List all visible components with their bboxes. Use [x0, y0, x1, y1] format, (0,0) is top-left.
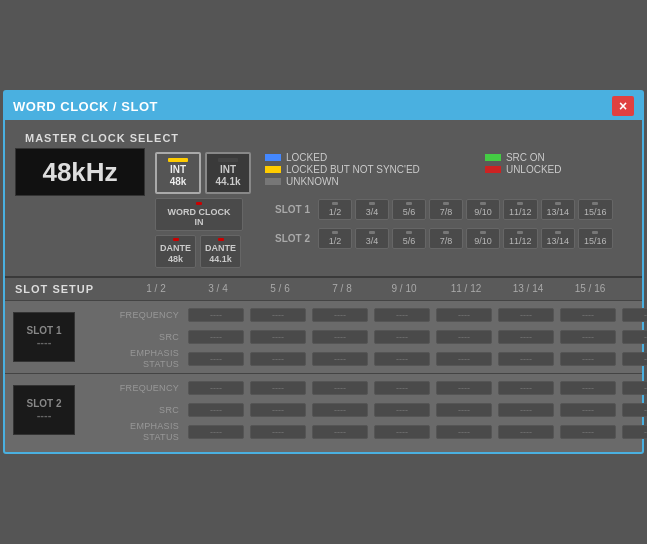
slot2-btn-78[interactable]: 7/8 — [429, 228, 463, 249]
slot1-freq-label: FREQUENCY — [75, 310, 185, 320]
slot1-freq-cell-3: ---- — [312, 308, 368, 322]
slot2-freq-cell-6: ---- — [498, 381, 554, 395]
slot1-btn-1516[interactable]: 15/16 — [578, 199, 613, 220]
slot1-freq-cell-7: ---- — [560, 308, 616, 322]
slot2-btn-12[interactable]: 1/2 — [318, 228, 352, 249]
slot1-src-cell-1: ---- — [188, 330, 244, 344]
legend-src-on: SRC ON — [485, 152, 613, 163]
slot2-emphasis-cells: ---- ---- ---- ---- ---- ---- ---- ---- — [185, 424, 647, 440]
slot2-freq-cell-2: ---- — [250, 381, 306, 395]
legend-locked: LOCKED — [265, 152, 471, 163]
slot-setup-header: SLOT SETUP 1 / 2 3 / 4 5 / 6 7 / 8 9 / 1… — [5, 278, 642, 301]
slot-setup-section: SLOT SETUP 1 / 2 3 / 4 5 / 6 7 / 8 9 / 1… — [5, 278, 642, 452]
slot1-emph-cell-8: ---- — [622, 352, 647, 366]
slot1-emph-cell-3: ---- — [312, 352, 368, 366]
slot2-rows: FREQUENCY ---- ---- ---- ---- ---- ---- … — [75, 378, 647, 442]
slot1-src-cell-4: ---- — [374, 330, 430, 344]
slot1-emph-cell-4: ---- — [374, 352, 430, 366]
slot1-src-cell-8: ---- — [622, 330, 647, 344]
slot1-emphasis-row: EMPHASISSTATUS ---- ---- ---- ---- ---- … — [75, 349, 647, 369]
col-header-1516: 15 / 16 — [559, 283, 621, 294]
slot2-emph-cell-5: ---- — [436, 425, 492, 439]
slot2-freq-cell-3: ---- — [312, 381, 368, 395]
close-button[interactable]: × — [612, 96, 634, 116]
slot1-emph-cell-1: ---- — [188, 352, 244, 366]
slot2-frequency-row: FREQUENCY ---- ---- ---- ---- ---- ---- … — [75, 378, 647, 398]
slot1-src-row: SRC ---- ---- ---- ---- ---- ---- ---- -… — [75, 327, 647, 347]
slot1-src-cell-3: ---- — [312, 330, 368, 344]
slot2-btn-1516[interactable]: 15/16 — [578, 228, 613, 249]
slot1-rows: FREQUENCY ---- ---- ---- ---- ---- ---- … — [75, 305, 647, 369]
slot2-freq-cell-8: ---- — [622, 381, 647, 395]
master-clock-section: MASTER CLOCK SELECT 48kHz INT48k INT44.1… — [5, 120, 642, 278]
slot-setup-title: SLOT SETUP — [15, 283, 125, 295]
slot2-freq-cell-1: ---- — [188, 381, 244, 395]
dante-441-button[interactable]: DANTE44.1k — [200, 235, 241, 268]
legend-unlocked: UNLOCKED — [485, 164, 613, 175]
slot1-freq-cell-5: ---- — [436, 308, 492, 322]
slot2-emph-cell-1: ---- — [188, 425, 244, 439]
slot1-emph-cell-7: ---- — [560, 352, 616, 366]
main-window: WORD CLOCK / SLOT × MASTER CLOCK SELECT … — [3, 90, 644, 454]
slot2-name-box: SLOT 2 ---- — [13, 378, 75, 442]
slot1-src-cell-5: ---- — [436, 330, 492, 344]
slot2-btn-1112[interactable]: 11/12 — [503, 228, 538, 249]
col-header-78: 7 / 8 — [311, 283, 373, 294]
slot1-btn-34[interactable]: 3/4 — [355, 199, 389, 220]
slot2-freq-cell-4: ---- — [374, 381, 430, 395]
slot1-btn-910[interactable]: 9/10 — [466, 199, 500, 220]
slot2-label: SLOT 2 — [265, 233, 315, 244]
slot1-emph-cell-6: ---- — [498, 352, 554, 366]
slot2-emphasis-label: EMPHASISSTATUS — [75, 421, 185, 443]
slot2-data-row: SLOT 2 ---- FREQUENCY ---- ---- ---- ---… — [5, 374, 642, 446]
slot1-src-cell-7: ---- — [560, 330, 616, 344]
frequency-display: 48kHz — [15, 148, 145, 196]
int-48k-button[interactable]: INT48k — [155, 152, 201, 194]
window-title: WORD CLOCK / SLOT — [13, 99, 158, 114]
slot2-src-row: SRC ---- ---- ---- ---- ---- ---- ---- -… — [75, 400, 647, 420]
col-header-910: 9 / 10 — [373, 283, 435, 294]
slot2-freq-cell-5: ---- — [436, 381, 492, 395]
master-clock-header: MASTER CLOCK SELECT — [15, 126, 632, 148]
slot2-src-cell-4: ---- — [374, 403, 430, 417]
col-header-1112: 11 / 12 — [435, 283, 497, 294]
slot1-btn-1112[interactable]: 11/12 — [503, 199, 538, 220]
slot1-freq-cells: ---- ---- ---- ---- ---- ---- ---- ---- — [185, 307, 647, 323]
legend: LOCKED SRC ON LOCKED BUT NOT SYNC'ED UNL… — [265, 152, 613, 187]
int-buttons-row: INT48k INT44.1k — [155, 152, 251, 194]
int-441-button[interactable]: INT44.1k — [205, 152, 251, 194]
slot1-frequency-row: FREQUENCY ---- ---- ---- ---- ---- ---- … — [75, 305, 647, 325]
slot2-name: SLOT 2 — [26, 398, 61, 409]
dante-buttons-row: DANTE48k DANTE44.1k — [155, 235, 251, 268]
slot1-src-cells: ---- ---- ---- ---- ---- ---- ---- ---- — [185, 329, 647, 345]
slot1-label: SLOT 1 — [265, 204, 315, 215]
slot1-btn-78[interactable]: 7/8 — [429, 199, 463, 220]
slot1-display-value: ---- — [37, 336, 52, 348]
slot2-src-cell-5: ---- — [436, 403, 492, 417]
slot2-btn-910[interactable]: 9/10 — [466, 228, 500, 249]
slot1-emphasis-label: EMPHASISSTATUS — [75, 348, 185, 370]
slot2-freq-label: FREQUENCY — [75, 383, 185, 393]
slot2-emph-cell-8: ---- — [622, 425, 647, 439]
slot1-emph-cell-2: ---- — [250, 352, 306, 366]
word-clock-in-button[interactable]: WORD CLOCK IN — [155, 198, 243, 231]
col-header-34: 3 / 4 — [187, 283, 249, 294]
slot1-freq-cell-2: ---- — [250, 308, 306, 322]
dante-48k-button[interactable]: DANTE48k — [155, 235, 196, 268]
slot2-src-cell-3: ---- — [312, 403, 368, 417]
slot1-buttons-row: SLOT 1 1/2 3/4 5/6 7/8 9/10 11/12 13/14 … — [265, 199, 613, 220]
slot-buttons-container: LOCKED SRC ON LOCKED BUT NOT SYNC'ED UNL… — [265, 152, 613, 249]
slot2-src-cell-1: ---- — [188, 403, 244, 417]
slot2-emph-cell-3: ---- — [312, 425, 368, 439]
title-bar: WORD CLOCK / SLOT × — [5, 92, 642, 120]
slot2-display-value: ---- — [37, 409, 52, 421]
slot1-btn-56[interactable]: 5/6 — [392, 199, 426, 220]
slot2-btn-56[interactable]: 5/6 — [392, 228, 426, 249]
col-header-12: 1 / 2 — [125, 283, 187, 294]
slot2-src-cell-2: ---- — [250, 403, 306, 417]
slot2-btn-34[interactable]: 3/4 — [355, 228, 389, 249]
slot2-btn-1314[interactable]: 13/14 — [541, 228, 576, 249]
slot1-btn-12[interactable]: 1/2 — [318, 199, 352, 220]
slot1-btn-1314[interactable]: 13/14 — [541, 199, 576, 220]
slot1-name-box: SLOT 1 ---- — [13, 305, 75, 369]
